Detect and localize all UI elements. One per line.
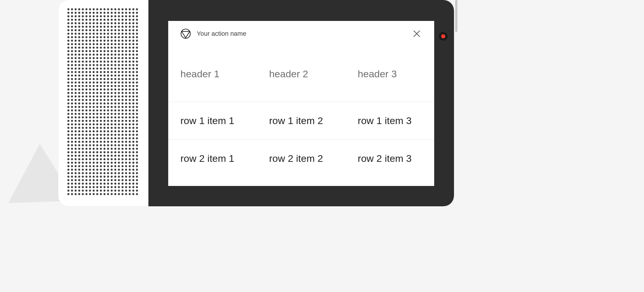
table-row: row 2 item 1 row 2 item 2 row 2 item 3 [168, 139, 434, 177]
table-container: header 1 header 2 header 3 row 1 item 1 … [168, 46, 434, 186]
action-title: Your action name [197, 30, 406, 37]
card-header: Your action name [168, 21, 434, 46]
live-indicator-icon [439, 32, 448, 41]
table-header-cell: header 3 [345, 46, 434, 102]
content-card: Your action name header 1 header 2 heade… [168, 21, 434, 186]
svg-rect-1 [67, 8, 139, 196]
data-table: header 1 header 2 header 3 row 1 item 1 … [168, 46, 434, 177]
table-cell: row 1 item 1 [168, 102, 257, 139]
table-row: row 1 item 1 row 1 item 2 row 1 item 3 [168, 102, 434, 139]
table-header-cell: header 1 [168, 46, 257, 102]
table-header-cell: header 2 [257, 46, 346, 102]
speaker-grille [58, 0, 148, 206]
close-icon [413, 30, 421, 38]
page-scrollbar-thumb[interactable] [455, 0, 457, 32]
speaker-dots-icon [67, 8, 139, 196]
svg-point-2 [181, 29, 190, 38]
device-frame: Your action name header 1 header 2 heade… [58, 0, 454, 206]
table-header-row: header 1 header 2 header 3 [168, 46, 434, 102]
table-cell: row 2 item 3 [345, 139, 434, 177]
device-screen: Your action name header 1 header 2 heade… [148, 0, 454, 206]
table-cell: row 2 item 2 [257, 139, 346, 177]
app-logo-icon [180, 28, 191, 39]
close-button[interactable] [411, 28, 422, 39]
table-cell: row 1 item 3 [345, 102, 434, 139]
table-cell: row 2 item 1 [168, 139, 257, 177]
table-cell: row 1 item 2 [257, 102, 346, 139]
